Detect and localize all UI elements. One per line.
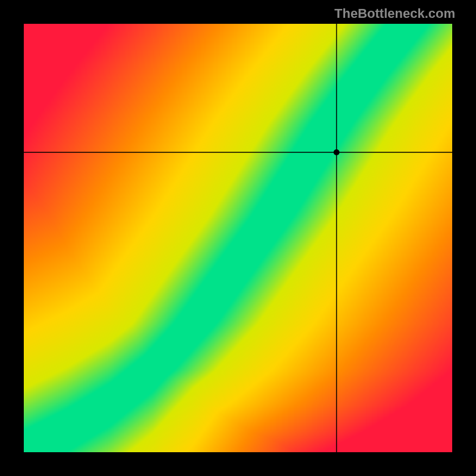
chart-container: TheBottleneck.com bbox=[0, 0, 476, 476]
watermark-text: TheBottleneck.com bbox=[334, 6, 455, 21]
bottleneck-heatmap bbox=[24, 24, 452, 452]
